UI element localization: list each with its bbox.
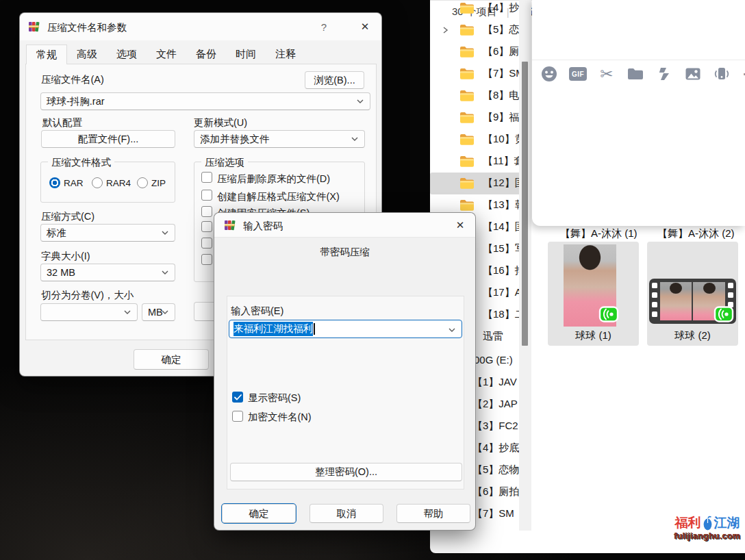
archive-format-group-label: 压缩文件格式 (48, 156, 114, 169)
folder-icon (459, 2, 475, 14)
option-checkbox[interactable] (201, 221, 212, 232)
folder-icon (459, 24, 475, 36)
dialog-titlebar[interactable]: 压缩文件名和参数 ? ✕ (20, 13, 381, 40)
encrypt-names-checkbox[interactable] (232, 411, 243, 422)
file-item-qiuqiu-1[interactable]: 球球 (1) (548, 242, 639, 346)
folder-icon (459, 68, 475, 80)
tree-item[interactable]: 【6】厕 (430, 41, 531, 63)
tree-item-label: 【3】FC2 (472, 420, 518, 433)
dictionary-size-combobox[interactable]: 32 MB (40, 264, 175, 281)
tree-item-label: 【5】恋物 (472, 463, 519, 476)
browse-button[interactable]: 浏览(B)... (305, 71, 364, 89)
format-radio-zip[interactable] (137, 177, 148, 188)
tree-item-label: 【7】SM (472, 507, 514, 520)
tab-3[interactable]: 文件 (147, 44, 186, 64)
tree-item-label: 【6】厕拍 (472, 485, 519, 498)
cancel-button[interactable]: 取消 (310, 504, 383, 523)
tree-item[interactable]: 【11】套 (430, 151, 531, 173)
tree-item[interactable]: 【4】抄 (430, 0, 531, 19)
close-icon[interactable]: ✕ (353, 13, 377, 40)
chevron-down-icon (161, 308, 169, 316)
format-radio-rar[interactable] (49, 177, 60, 188)
tab-5[interactable]: 时间 (226, 44, 266, 64)
screenshot-scissors-icon[interactable]: ✂ (598, 65, 616, 83)
tree-item-label: 【8】电 (483, 89, 519, 102)
compress-options-group-label: 压缩选项 (201, 156, 248, 169)
window-shake-icon[interactable] (713, 65, 731, 83)
chat-toolbar-divider (532, 60, 745, 60)
codec-overlay-icon (714, 304, 734, 324)
tab-0[interactable]: 常规 (26, 44, 67, 64)
mouse-icon (702, 515, 714, 531)
option-checkbox[interactable] (201, 190, 212, 201)
dialog-tabs: 常规高级选项文件备份时间注释 (26, 44, 305, 64)
option-label: 压缩后删除原来的文件(D) (217, 173, 330, 186)
tree-item-label: 【1】JAV (472, 376, 517, 389)
tab-4[interactable]: 备份 (186, 44, 226, 64)
file-label-partial: 【舞】A-沐沐 (1) (560, 227, 637, 240)
send-file-folder-icon[interactable] (627, 65, 644, 83)
dictionary-size-label: 字典大小(I) (41, 250, 90, 263)
tree-item-label: 【9】福 (483, 111, 519, 124)
send-image-icon[interactable] (684, 65, 702, 83)
check-icon (234, 394, 242, 400)
tree-item[interactable]: 【8】电 (430, 85, 531, 107)
tree-item-label: 【2】JAP (472, 398, 518, 411)
update-mode-value: 添加并替换文件 (200, 133, 270, 146)
emoji-icon[interactable] (540, 65, 558, 83)
chevron-down-icon (356, 97, 364, 105)
format-radio-rar4[interactable] (92, 177, 103, 188)
profile-button[interactable]: 配置文件(F)... (41, 130, 175, 148)
file-item-qiuqiu-2[interactable]: 球球 (2) (647, 242, 738, 346)
password-panel: 输入密码(E) 来福利江湖找福利 显示密码(S) 加密文件名(N) 整理密码(O… (227, 296, 464, 489)
show-password-label: 显示密码(S) (248, 392, 301, 405)
option-checkbox[interactable] (201, 254, 212, 265)
help-button[interactable]: ? (314, 13, 333, 40)
tree-item[interactable]: 【12】国 (430, 173, 531, 194)
chat-toolbar: GIF✂⋯ (540, 65, 745, 83)
option-checkbox[interactable] (201, 238, 212, 249)
gif-icon[interactable]: GIF (569, 65, 587, 83)
tree-item[interactable]: 【5】恋 (430, 19, 531, 41)
format-radio-label: ZIP (151, 178, 166, 188)
split-unit-combobox[interactable]: MB (142, 303, 175, 321)
ok-button[interactable]: 确定 (222, 504, 296, 523)
close-icon[interactable]: ✕ (448, 213, 472, 238)
help-button[interactable]: 帮助 (396, 504, 470, 523)
gif-badge: GIF (569, 67, 587, 81)
dialog-title: 压缩文件名和参数 (47, 21, 127, 34)
tree-item[interactable]: 【10】黄 (430, 129, 531, 151)
option-checkbox[interactable] (201, 206, 212, 217)
archive-name-label: 压缩文件名(A) (41, 73, 104, 86)
tab-6[interactable]: 注释 (266, 44, 305, 64)
more-icon[interactable]: ⋯ (742, 65, 745, 83)
file-label-partial: 【舞】A-沐沐 (2) (657, 227, 735, 240)
chevron-down-icon (448, 326, 456, 334)
compress-method-combobox[interactable]: 标准 (40, 224, 175, 242)
expand-chevron-icon[interactable] (440, 25, 450, 35)
folder-icon (459, 90, 475, 102)
show-password-checkbox[interactable] (232, 392, 243, 403)
tree-item-label: 【4】抄底 (472, 442, 519, 455)
organize-passwords-button[interactable]: 整理密码(O)... (230, 463, 462, 481)
encrypt-names-label: 加密文件名(N) (248, 411, 312, 424)
folder-icon (459, 177, 475, 190)
tree-item[interactable]: 【7】SM (430, 63, 531, 85)
enter-password-label: 输入密码(E) (231, 305, 283, 318)
dialog-titlebar[interactable]: 输入密码 ✕ (214, 213, 475, 238)
password-input[interactable]: 来福利江湖找福利 (229, 320, 462, 338)
codec-overlay-icon (598, 304, 619, 324)
split-size-combobox[interactable] (40, 303, 138, 321)
tab-2[interactable]: 选项 (107, 44, 147, 64)
option-checkbox[interactable] (201, 172, 212, 183)
ok-button[interactable]: 确定 (134, 349, 209, 370)
tree-item[interactable]: 【9】福 (430, 107, 531, 129)
archive-name-combobox[interactable]: 球球-抖胸.rar (40, 92, 370, 110)
docs-icon[interactable] (655, 65, 673, 83)
password-value-selected: 来福利江湖找福利 (233, 322, 313, 336)
tab-1[interactable]: 高级 (67, 44, 107, 64)
dialog-title: 输入密码 (243, 220, 283, 233)
tree-item-label: 迅雷 (483, 330, 503, 343)
tree-scrollbar-thumb[interactable] (522, 62, 528, 346)
update-mode-combobox[interactable]: 添加并替换文件 (194, 130, 365, 148)
